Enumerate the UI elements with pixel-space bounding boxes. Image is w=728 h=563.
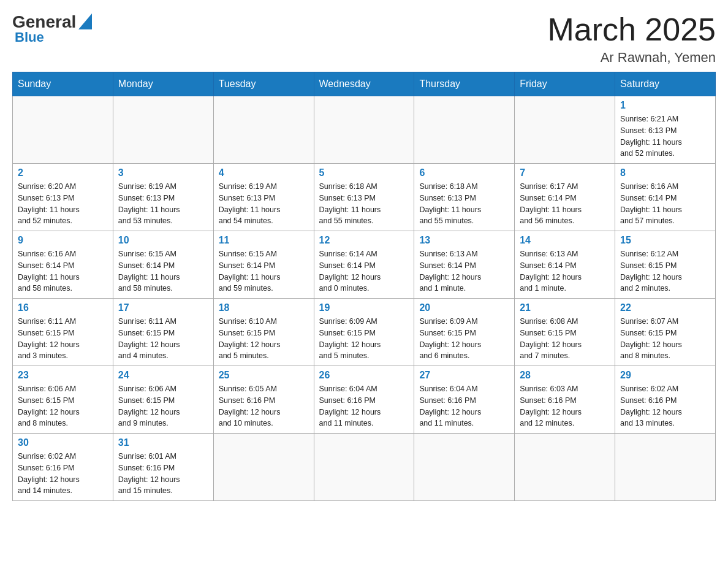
calendar-week-3: 9Sunrise: 6:16 AM Sunset: 6:14 PM Daylig… <box>13 231 716 299</box>
calendar-cell <box>314 434 414 501</box>
calendar-cell <box>13 96 113 164</box>
calendar-cell: 6Sunrise: 6:18 AM Sunset: 6:13 PM Daylig… <box>414 164 515 231</box>
calendar-cell: 27Sunrise: 6:04 AM Sunset: 6:16 PM Dayli… <box>414 366 515 434</box>
calendar-cell <box>515 434 615 501</box>
day-number: 4 <box>219 167 309 178</box>
calendar-cell <box>314 96 414 164</box>
calendar-cell: 10Sunrise: 6:15 AM Sunset: 6:14 PM Dayli… <box>113 231 213 299</box>
calendar-cell: 3Sunrise: 6:19 AM Sunset: 6:13 PM Daylig… <box>113 164 213 231</box>
calendar-cell: 31Sunrise: 6:01 AM Sunset: 6:16 PM Dayli… <box>113 434 213 501</box>
location-title: Ar Rawnah, Yemen <box>547 50 716 66</box>
day-number: 21 <box>520 302 610 313</box>
day-number: 28 <box>520 370 610 381</box>
calendar-cell: 18Sunrise: 6:10 AM Sunset: 6:15 PM Dayli… <box>213 299 314 366</box>
calendar-cell: 24Sunrise: 6:06 AM Sunset: 6:15 PM Dayli… <box>113 366 213 434</box>
weekday-header-sunday: Sunday <box>13 72 113 96</box>
day-number: 27 <box>419 370 509 381</box>
day-info: Sunrise: 6:16 AM Sunset: 6:14 PM Dayligh… <box>620 181 710 227</box>
page-header: General Blue March 2025 Ar Rawnah, Yemen <box>12 12 716 66</box>
day-number: 22 <box>620 302 710 313</box>
calendar-cell: 29Sunrise: 6:02 AM Sunset: 6:16 PM Dayli… <box>615 366 716 434</box>
day-info: Sunrise: 6:03 AM Sunset: 6:16 PM Dayligh… <box>520 383 610 429</box>
calendar-cell <box>213 96 314 164</box>
calendar-cell: 2Sunrise: 6:20 AM Sunset: 6:13 PM Daylig… <box>13 164 113 231</box>
day-info: Sunrise: 6:11 AM Sunset: 6:15 PM Dayligh… <box>118 316 208 362</box>
calendar-cell <box>515 96 615 164</box>
day-info: Sunrise: 6:20 AM Sunset: 6:13 PM Dayligh… <box>18 181 108 227</box>
day-number: 24 <box>118 370 208 381</box>
calendar-cell: 8Sunrise: 6:16 AM Sunset: 6:14 PM Daylig… <box>615 164 716 231</box>
calendar-cell: 19Sunrise: 6:09 AM Sunset: 6:15 PM Dayli… <box>314 299 414 366</box>
weekday-header-row: SundayMondayTuesdayWednesdayThursdayFrid… <box>13 72 716 96</box>
calendar-week-4: 16Sunrise: 6:11 AM Sunset: 6:15 PM Dayli… <box>13 299 716 366</box>
day-info: Sunrise: 6:09 AM Sunset: 6:15 PM Dayligh… <box>419 316 509 362</box>
day-info: Sunrise: 6:13 AM Sunset: 6:14 PM Dayligh… <box>419 248 509 294</box>
day-info: Sunrise: 6:14 AM Sunset: 6:14 PM Dayligh… <box>319 248 409 294</box>
day-number: 23 <box>18 370 108 381</box>
weekday-header-saturday: Saturday <box>615 72 716 96</box>
day-number: 9 <box>18 235 108 246</box>
calendar-cell <box>113 96 213 164</box>
day-info: Sunrise: 6:17 AM Sunset: 6:14 PM Dayligh… <box>520 181 610 227</box>
calendar-cell: 7Sunrise: 6:17 AM Sunset: 6:14 PM Daylig… <box>515 164 615 231</box>
calendar-cell: 1Sunrise: 6:21 AM Sunset: 6:13 PM Daylig… <box>615 96 716 164</box>
calendar-cell: 16Sunrise: 6:11 AM Sunset: 6:15 PM Dayli… <box>13 299 113 366</box>
calendar-cell: 12Sunrise: 6:14 AM Sunset: 6:14 PM Dayli… <box>314 231 414 299</box>
day-number: 12 <box>319 235 409 246</box>
day-number: 25 <box>219 370 309 381</box>
logo-triangle-icon <box>78 13 92 32</box>
day-info: Sunrise: 6:01 AM Sunset: 6:16 PM Dayligh… <box>118 451 208 497</box>
day-number: 29 <box>620 370 710 381</box>
weekday-header-thursday: Thursday <box>414 72 515 96</box>
day-info: Sunrise: 6:15 AM Sunset: 6:14 PM Dayligh… <box>219 248 309 294</box>
day-info: Sunrise: 6:18 AM Sunset: 6:13 PM Dayligh… <box>319 181 409 227</box>
day-info: Sunrise: 6:06 AM Sunset: 6:15 PM Dayligh… <box>118 383 208 429</box>
calendar-cell: 13Sunrise: 6:13 AM Sunset: 6:14 PM Dayli… <box>414 231 515 299</box>
calendar-cell: 14Sunrise: 6:13 AM Sunset: 6:14 PM Dayli… <box>515 231 615 299</box>
calendar-cell: 17Sunrise: 6:11 AM Sunset: 6:15 PM Dayli… <box>113 299 213 366</box>
day-number: 10 <box>118 235 208 246</box>
calendar-cell: 20Sunrise: 6:09 AM Sunset: 6:15 PM Dayli… <box>414 299 515 366</box>
day-number: 18 <box>219 302 309 313</box>
calendar-cell <box>213 434 314 501</box>
calendar-cell: 22Sunrise: 6:07 AM Sunset: 6:15 PM Dayli… <box>615 299 716 366</box>
day-info: Sunrise: 6:19 AM Sunset: 6:13 PM Dayligh… <box>219 181 309 227</box>
day-number: 13 <box>419 235 509 246</box>
weekday-header-friday: Friday <box>515 72 615 96</box>
day-info: Sunrise: 6:15 AM Sunset: 6:14 PM Dayligh… <box>118 248 208 294</box>
calendar-cell <box>615 434 716 501</box>
calendar-cell: 5Sunrise: 6:18 AM Sunset: 6:13 PM Daylig… <box>314 164 414 231</box>
day-number: 3 <box>118 167 208 178</box>
day-number: 11 <box>219 235 309 246</box>
day-info: Sunrise: 6:19 AM Sunset: 6:13 PM Dayligh… <box>118 181 208 227</box>
day-info: Sunrise: 6:08 AM Sunset: 6:15 PM Dayligh… <box>520 316 610 362</box>
day-info: Sunrise: 6:21 AM Sunset: 6:13 PM Dayligh… <box>620 113 710 159</box>
day-number: 2 <box>18 167 108 178</box>
day-number: 19 <box>319 302 409 313</box>
svg-marker-0 <box>78 13 92 29</box>
day-number: 14 <box>520 235 610 246</box>
day-number: 17 <box>118 302 208 313</box>
day-number: 15 <box>620 235 710 246</box>
day-info: Sunrise: 6:04 AM Sunset: 6:16 PM Dayligh… <box>419 383 509 429</box>
title-block: March 2025 Ar Rawnah, Yemen <box>547 12 716 66</box>
calendar-cell: 28Sunrise: 6:03 AM Sunset: 6:16 PM Dayli… <box>515 366 615 434</box>
calendar-week-5: 23Sunrise: 6:06 AM Sunset: 6:15 PM Dayli… <box>13 366 716 434</box>
day-number: 8 <box>620 167 710 178</box>
calendar-cell: 21Sunrise: 6:08 AM Sunset: 6:15 PM Dayli… <box>515 299 615 366</box>
day-info: Sunrise: 6:04 AM Sunset: 6:16 PM Dayligh… <box>319 383 409 429</box>
day-info: Sunrise: 6:18 AM Sunset: 6:13 PM Dayligh… <box>419 181 509 227</box>
calendar-week-1: 1Sunrise: 6:21 AM Sunset: 6:13 PM Daylig… <box>13 96 716 164</box>
day-info: Sunrise: 6:05 AM Sunset: 6:16 PM Dayligh… <box>219 383 309 429</box>
calendar-cell: 30Sunrise: 6:02 AM Sunset: 6:16 PM Dayli… <box>13 434 113 501</box>
day-info: Sunrise: 6:12 AM Sunset: 6:15 PM Dayligh… <box>620 248 710 294</box>
day-info: Sunrise: 6:13 AM Sunset: 6:14 PM Dayligh… <box>520 248 610 294</box>
calendar-cell <box>414 96 515 164</box>
weekday-header-tuesday: Tuesday <box>213 72 314 96</box>
day-number: 5 <box>319 167 409 178</box>
day-number: 6 <box>419 167 509 178</box>
day-number: 31 <box>118 437 208 448</box>
day-number: 30 <box>18 437 108 448</box>
calendar-cell: 9Sunrise: 6:16 AM Sunset: 6:14 PM Daylig… <box>13 231 113 299</box>
day-info: Sunrise: 6:16 AM Sunset: 6:14 PM Dayligh… <box>18 248 108 294</box>
